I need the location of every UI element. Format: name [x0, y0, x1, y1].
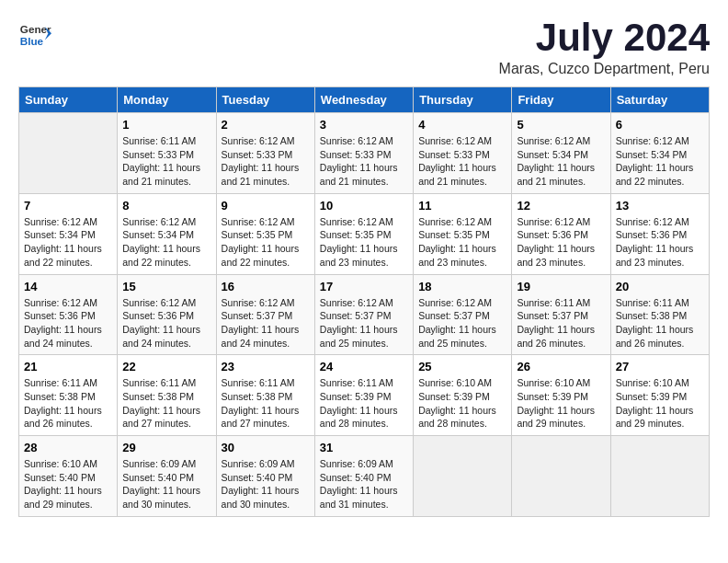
cell-content: Sunrise: 6:11 AMSunset: 5:38 PMDaylight:…	[616, 296, 704, 350]
day-number: 30	[222, 441, 310, 454]
cell-content: Sunrise: 6:12 AMSunset: 5:36 PMDaylight:…	[24, 296, 112, 350]
cell-content: Sunrise: 6:12 AMSunset: 5:36 PMDaylight:…	[122, 296, 210, 350]
calendar-cell: 19Sunrise: 6:11 AMSunset: 5:37 PMDayligh…	[512, 274, 610, 355]
day-number: 19	[517, 280, 605, 293]
calendar-cell: 25Sunrise: 6:10 AMSunset: 5:39 PMDayligh…	[414, 355, 512, 436]
day-number: 10	[320, 199, 408, 213]
cell-content: Sunrise: 6:10 AMSunset: 5:40 PMDaylight:…	[24, 457, 112, 511]
calendar-cell: 8Sunrise: 6:12 AMSunset: 5:34 PMDaylight…	[118, 193, 216, 274]
calendar-cell: 22Sunrise: 6:11 AMSunset: 5:38 PMDayligh…	[118, 355, 216, 436]
calendar-cell	[610, 436, 709, 517]
calendar-cell	[512, 436, 610, 517]
cell-content: Sunrise: 6:12 AMSunset: 5:33 PMDaylight:…	[320, 134, 408, 189]
svg-text:Blue: Blue	[20, 35, 44, 47]
cell-content: Sunrise: 6:12 AMSunset: 5:36 PMDaylight:…	[517, 215, 605, 270]
day-number: 17	[320, 280, 408, 293]
day-header-monday: Monday	[118, 87, 216, 113]
calendar-cell: 29Sunrise: 6:09 AMSunset: 5:40 PMDayligh…	[118, 436, 216, 517]
calendar-cell: 27Sunrise: 6:10 AMSunset: 5:39 PMDayligh…	[610, 355, 709, 436]
calendar-cell: 6Sunrise: 6:12 AMSunset: 5:34 PMDaylight…	[610, 113, 709, 194]
calendar-cell: 15Sunrise: 6:12 AMSunset: 5:36 PMDayligh…	[118, 274, 216, 355]
calendar-table: SundayMondayTuesdayWednesdayThursdayFrid…	[18, 86, 710, 517]
day-number: 11	[418, 199, 506, 213]
day-number: 21	[24, 360, 112, 373]
calendar-cell: 14Sunrise: 6:12 AMSunset: 5:36 PMDayligh…	[19, 274, 118, 355]
day-number: 9	[222, 199, 310, 213]
cell-content: Sunrise: 6:12 AMSunset: 5:34 PMDaylight:…	[24, 215, 112, 270]
cell-content: Sunrise: 6:10 AMSunset: 5:39 PMDaylight:…	[616, 376, 704, 431]
calendar-cell: 11Sunrise: 6:12 AMSunset: 5:35 PMDayligh…	[414, 193, 512, 274]
day-number: 3	[320, 118, 408, 132]
day-header-sunday: Sunday	[19, 87, 118, 113]
cell-content: Sunrise: 6:12 AMSunset: 5:37 PMDaylight:…	[320, 296, 408, 350]
calendar-cell: 7Sunrise: 6:12 AMSunset: 5:34 PMDaylight…	[19, 193, 118, 274]
calendar-cell: 17Sunrise: 6:12 AMSunset: 5:37 PMDayligh…	[314, 274, 413, 355]
calendar-cell: 1Sunrise: 6:11 AMSunset: 5:33 PMDaylight…	[118, 113, 216, 194]
cell-content: Sunrise: 6:10 AMSunset: 5:39 PMDaylight:…	[517, 376, 605, 431]
day-header-thursday: Thursday	[414, 87, 512, 113]
cell-content: Sunrise: 6:11 AMSunset: 5:38 PMDaylight:…	[24, 376, 112, 431]
calendar-cell: 23Sunrise: 6:11 AMSunset: 5:38 PMDayligh…	[216, 355, 314, 436]
day-number: 29	[122, 441, 210, 454]
calendar-cell: 20Sunrise: 6:11 AMSunset: 5:38 PMDayligh…	[610, 274, 709, 355]
cell-content: Sunrise: 6:09 AMSunset: 5:40 PMDaylight:…	[222, 457, 310, 511]
day-header-friday: Friday	[512, 87, 610, 113]
cell-content: Sunrise: 6:12 AMSunset: 5:34 PMDaylight:…	[616, 134, 704, 189]
calendar-cell: 4Sunrise: 6:12 AMSunset: 5:33 PMDaylight…	[414, 113, 512, 194]
day-number: 20	[616, 280, 704, 293]
cell-content: Sunrise: 6:12 AMSunset: 5:35 PMDaylight:…	[418, 215, 506, 270]
cell-content: Sunrise: 6:11 AMSunset: 5:37 PMDaylight:…	[517, 296, 605, 350]
day-number: 5	[517, 118, 605, 132]
cell-content: Sunrise: 6:09 AMSunset: 5:40 PMDaylight:…	[320, 457, 408, 511]
calendar-cell: 28Sunrise: 6:10 AMSunset: 5:40 PMDayligh…	[19, 436, 118, 517]
cell-content: Sunrise: 6:12 AMSunset: 5:36 PMDaylight:…	[616, 215, 704, 270]
calendar-cell: 18Sunrise: 6:12 AMSunset: 5:37 PMDayligh…	[414, 274, 512, 355]
day-number: 24	[320, 360, 408, 373]
calendar-cell: 10Sunrise: 6:12 AMSunset: 5:35 PMDayligh…	[314, 193, 413, 274]
calendar-cell	[414, 436, 512, 517]
cell-content: Sunrise: 6:12 AMSunset: 5:37 PMDaylight:…	[418, 296, 506, 350]
day-number: 23	[222, 360, 310, 373]
calendar-cell: 26Sunrise: 6:10 AMSunset: 5:39 PMDayligh…	[512, 355, 610, 436]
calendar-cell: 2Sunrise: 6:12 AMSunset: 5:33 PMDaylight…	[216, 113, 314, 194]
calendar-cell: 30Sunrise: 6:09 AMSunset: 5:40 PMDayligh…	[216, 436, 314, 517]
day-number: 8	[122, 199, 210, 213]
location-title: Maras, Cuzco Department, Peru	[499, 61, 710, 77]
cell-content: Sunrise: 6:12 AMSunset: 5:33 PMDaylight:…	[222, 134, 310, 189]
day-number: 22	[122, 360, 210, 373]
calendar-cell: 21Sunrise: 6:11 AMSunset: 5:38 PMDayligh…	[19, 355, 118, 436]
calendar-cell: 5Sunrise: 6:12 AMSunset: 5:34 PMDaylight…	[512, 113, 610, 194]
logo: General Blue	[18, 18, 55, 52]
cell-content: Sunrise: 6:09 AMSunset: 5:40 PMDaylight:…	[122, 457, 210, 511]
day-number: 12	[517, 199, 605, 213]
calendar-cell: 13Sunrise: 6:12 AMSunset: 5:36 PMDayligh…	[610, 193, 709, 274]
day-number: 1	[122, 118, 210, 132]
cell-content: Sunrise: 6:12 AMSunset: 5:33 PMDaylight:…	[418, 134, 506, 189]
cell-content: Sunrise: 6:12 AMSunset: 5:34 PMDaylight:…	[517, 134, 605, 189]
day-number: 31	[320, 441, 408, 454]
day-number: 15	[122, 280, 210, 293]
day-number: 18	[418, 280, 506, 293]
cell-content: Sunrise: 6:11 AMSunset: 5:38 PMDaylight:…	[122, 376, 210, 431]
day-header-saturday: Saturday	[610, 87, 709, 113]
calendar-cell: 31Sunrise: 6:09 AMSunset: 5:40 PMDayligh…	[314, 436, 413, 517]
day-number: 16	[222, 280, 310, 293]
cell-content: Sunrise: 6:12 AMSunset: 5:37 PMDaylight:…	[222, 296, 310, 350]
day-number: 28	[24, 441, 112, 454]
cell-content: Sunrise: 6:11 AMSunset: 5:33 PMDaylight:…	[122, 134, 210, 189]
calendar-cell: 9Sunrise: 6:12 AMSunset: 5:35 PMDaylight…	[216, 193, 314, 274]
calendar-cell: 16Sunrise: 6:12 AMSunset: 5:37 PMDayligh…	[216, 274, 314, 355]
cell-content: Sunrise: 6:11 AMSunset: 5:38 PMDaylight:…	[222, 376, 310, 431]
day-header-tuesday: Tuesday	[216, 87, 314, 113]
title-area: July 2024 Maras, Cuzco Department, Peru	[499, 18, 710, 77]
day-number: 27	[616, 360, 704, 373]
day-number: 26	[517, 360, 605, 373]
cell-content: Sunrise: 6:12 AMSunset: 5:35 PMDaylight:…	[320, 215, 408, 270]
day-header-wednesday: Wednesday	[314, 87, 413, 113]
cell-content: Sunrise: 6:12 AMSunset: 5:34 PMDaylight:…	[122, 215, 210, 270]
day-number: 13	[616, 199, 704, 213]
day-number: 7	[24, 199, 112, 213]
page-header: General Blue July 2024 Maras, Cuzco Depa…	[18, 18, 710, 77]
day-number: 2	[222, 118, 310, 132]
cell-content: Sunrise: 6:12 AMSunset: 5:35 PMDaylight:…	[222, 215, 310, 270]
